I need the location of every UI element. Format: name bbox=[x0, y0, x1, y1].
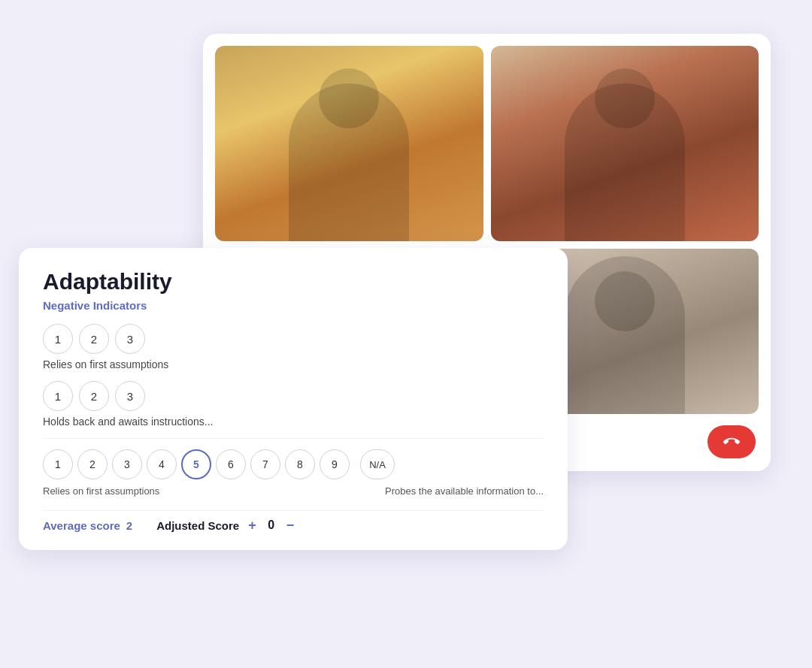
bottom-row: Average score 2 Adjusted Score + 0 − bbox=[43, 518, 544, 532]
score-card: Adaptability Negative Indicators 1 2 3 R… bbox=[19, 248, 568, 550]
scale-label-left: Relies on first assumptions bbox=[43, 485, 159, 497]
adj-score-value: 0 bbox=[264, 518, 279, 532]
full-scale-row: 1 2 3 4 5 6 7 8 9 N/A bbox=[43, 449, 544, 479]
scale-btn-9[interactable]: 9 bbox=[320, 449, 350, 479]
avg-score-label: Average score bbox=[43, 519, 120, 532]
rating-btn-1-2[interactable]: 2 bbox=[79, 324, 109, 354]
rating-btn-2-3[interactable]: 3 bbox=[115, 381, 145, 411]
scale-btn-4[interactable]: 4 bbox=[147, 449, 177, 479]
adj-score-label: Adjusted Score bbox=[156, 519, 239, 532]
adj-controls: + 0 − bbox=[248, 518, 294, 532]
scale-label-right: Probes the available information to... bbox=[385, 485, 544, 497]
indicator-1-text: Relies on first assumptions bbox=[43, 358, 544, 370]
card-title: Adaptability bbox=[43, 269, 544, 295]
scale-btn-3[interactable]: 3 bbox=[112, 449, 142, 479]
indicator-1-ratings: 1 2 3 bbox=[43, 324, 544, 354]
video-cell-2 bbox=[491, 46, 759, 241]
adj-minus-button[interactable]: − bbox=[286, 518, 295, 532]
scale-btn-na[interactable]: N/A bbox=[360, 449, 395, 479]
scale-btn-1[interactable]: 1 bbox=[43, 449, 73, 479]
end-call-button[interactable] bbox=[707, 425, 756, 458]
rating-btn-2-1[interactable]: 1 bbox=[43, 381, 73, 411]
scale-btn-5[interactable]: 5 bbox=[181, 449, 211, 479]
avg-score-value: 2 bbox=[126, 519, 132, 532]
adj-plus-button[interactable]: + bbox=[248, 518, 256, 532]
scale-btn-7[interactable]: 7 bbox=[250, 449, 280, 479]
negative-indicators-label: Negative Indicators bbox=[43, 299, 544, 312]
divider-2 bbox=[43, 510, 544, 511]
scale-btn-8[interactable]: 8 bbox=[285, 449, 315, 479]
indicator-2-text: Holds back and awaits instructions... bbox=[43, 416, 544, 428]
scale-btn-6[interactable]: 6 bbox=[216, 449, 246, 479]
rating-btn-1-1[interactable]: 1 bbox=[43, 324, 73, 354]
rating-btn-1-3[interactable]: 3 bbox=[115, 324, 145, 354]
video-cell-1 bbox=[215, 46, 483, 241]
indicator-2-ratings: 1 2 3 bbox=[43, 381, 544, 411]
divider bbox=[43, 438, 544, 439]
scale-btn-2[interactable]: 2 bbox=[77, 449, 108, 479]
rating-btn-2-2[interactable]: 2 bbox=[79, 381, 109, 411]
scale-labels: Relies on first assumptions Probes the a… bbox=[43, 485, 544, 497]
